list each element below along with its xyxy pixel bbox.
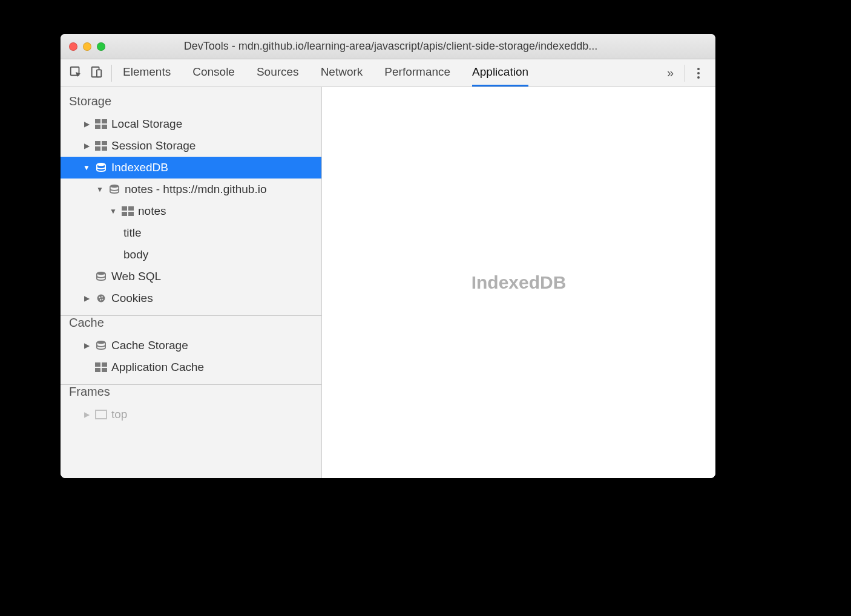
tab-elements[interactable]: Elements xyxy=(123,59,171,87)
tab-performance[interactable]: Performance xyxy=(384,59,450,87)
svg-rect-6 xyxy=(95,119,100,123)
svg-point-22 xyxy=(99,297,100,298)
svg-rect-28 xyxy=(102,362,107,367)
svg-rect-29 xyxy=(95,368,100,372)
storage-group-header: Storage xyxy=(61,87,321,113)
sidebar-item-cookies[interactable]: ▶ Cookies xyxy=(61,287,321,309)
sidebar-item-label: notes xyxy=(138,205,166,218)
chevron-right-icon: ▶ xyxy=(82,294,91,303)
sidebar-item-label: title xyxy=(123,226,142,240)
sidebar-item-indexeddb-db[interactable]: ▼ notes - https://mdn.github.io xyxy=(61,179,321,200)
devtools-toolbar: Elements Console Sources Network Perform… xyxy=(61,59,715,87)
svg-point-14 xyxy=(97,163,105,166)
inspector-buttons xyxy=(69,65,112,82)
svg-rect-7 xyxy=(102,119,107,123)
chevron-down-icon: ▼ xyxy=(109,207,117,215)
svg-rect-17 xyxy=(128,206,134,211)
toolbar-menu-button[interactable] xyxy=(685,65,707,82)
database-icon xyxy=(108,185,121,194)
sidebar-item-label: Session Storage xyxy=(111,139,196,152)
sidebar-item-application-cache[interactable]: Application Cache xyxy=(61,356,321,378)
close-window-button[interactable] xyxy=(69,42,77,51)
minimize-window-button[interactable] xyxy=(83,42,91,51)
main-panel: IndexedDB xyxy=(322,87,715,478)
sidebar-item-session-storage[interactable]: ▶ Session Storage xyxy=(61,135,321,157)
sidebar-item-label: Cookies xyxy=(111,292,153,305)
svg-rect-10 xyxy=(95,141,100,145)
sidebar-item-label: Local Storage xyxy=(111,117,182,131)
database-icon xyxy=(94,272,108,281)
chevron-down-icon: ▼ xyxy=(96,185,104,194)
svg-rect-2 xyxy=(97,70,101,77)
chevron-down-icon: ▼ xyxy=(82,163,91,172)
database-icon xyxy=(94,163,108,172)
table-icon xyxy=(94,119,108,129)
window-controls xyxy=(69,42,105,51)
svg-rect-27 xyxy=(95,362,100,367)
application-sidebar: Storage ▶ Local Storage ▶ Session Storag… xyxy=(61,87,322,478)
svg-rect-9 xyxy=(102,125,107,129)
sidebar-item-label: notes - https://mdn.github.io xyxy=(125,183,266,196)
svg-rect-8 xyxy=(95,125,100,129)
sidebar-item-local-storage[interactable]: ▶ Local Storage xyxy=(61,113,321,135)
table-icon xyxy=(121,206,134,216)
svg-point-15 xyxy=(110,185,119,188)
svg-rect-16 xyxy=(122,206,127,211)
svg-point-24 xyxy=(100,299,101,300)
table-icon xyxy=(94,362,108,372)
window-title: DevTools - mdn.github.io/learning-area/j… xyxy=(111,40,707,53)
svg-rect-12 xyxy=(95,146,100,151)
svg-rect-30 xyxy=(102,368,107,372)
cache-group-header: Cache xyxy=(61,315,321,335)
tab-sources[interactable]: Sources xyxy=(257,59,299,87)
frames-group-header: Frames xyxy=(61,384,321,404)
svg-point-20 xyxy=(97,272,105,275)
svg-point-26 xyxy=(97,341,105,344)
sidebar-item-index-title[interactable]: title xyxy=(61,222,321,244)
sidebar-item-indexeddb-store[interactable]: ▼ notes xyxy=(61,200,321,222)
svg-point-3 xyxy=(697,68,700,70)
chevron-right-icon: ▶ xyxy=(82,410,91,419)
chevron-right-icon: ▶ xyxy=(82,120,91,128)
sidebar-item-label: Cache Storage xyxy=(111,339,188,352)
svg-point-5 xyxy=(697,76,700,79)
frame-icon xyxy=(94,410,108,419)
chevron-right-icon: ▶ xyxy=(82,341,91,350)
svg-rect-11 xyxy=(102,141,107,145)
svg-rect-18 xyxy=(122,212,127,216)
cookie-icon xyxy=(94,293,108,303)
sidebar-item-label: Web SQL xyxy=(111,270,161,283)
svg-rect-13 xyxy=(102,146,107,151)
database-icon xyxy=(94,341,108,350)
sidebar-item-label: top xyxy=(111,408,127,421)
chevron-right-icon: ▶ xyxy=(82,142,91,150)
sidebar-item-label: body xyxy=(123,248,148,261)
table-icon xyxy=(94,141,108,151)
svg-rect-31 xyxy=(96,410,107,419)
sidebar-item-index-body[interactable]: body xyxy=(61,244,321,266)
panel-body: Storage ▶ Local Storage ▶ Session Storag… xyxy=(61,87,715,478)
sidebar-item-label: Application Cache xyxy=(111,361,204,374)
tabs-overflow-button[interactable]: » xyxy=(660,66,681,80)
titlebar: DevTools - mdn.github.io/learning-area/j… xyxy=(61,34,715,59)
sidebar-item-frame-top[interactable]: ▶ top xyxy=(61,404,321,425)
svg-rect-19 xyxy=(128,212,134,216)
zoom-window-button[interactable] xyxy=(97,42,105,51)
main-placeholder: IndexedDB xyxy=(472,272,567,293)
device-toolbar-icon[interactable] xyxy=(90,65,103,81)
sidebar-item-label: IndexedDB xyxy=(111,161,168,174)
devtools-window: DevTools - mdn.github.io/learning-area/j… xyxy=(61,34,715,478)
tab-network[interactable]: Network xyxy=(321,59,363,87)
panel-tabs: Elements Console Sources Network Perform… xyxy=(112,59,660,87)
sidebar-item-indexeddb[interactable]: ▼ IndexedDB xyxy=(61,157,321,179)
sidebar-item-cache-storage[interactable]: ▶ Cache Storage xyxy=(61,335,321,356)
sidebar-item-web-sql[interactable]: Web SQL xyxy=(61,266,321,287)
svg-point-21 xyxy=(97,295,105,303)
tab-application[interactable]: Application xyxy=(472,59,528,87)
tab-console[interactable]: Console xyxy=(192,59,235,87)
svg-point-4 xyxy=(697,72,700,74)
svg-point-25 xyxy=(102,299,103,300)
svg-point-23 xyxy=(101,296,102,297)
element-picker-icon[interactable] xyxy=(69,65,82,81)
